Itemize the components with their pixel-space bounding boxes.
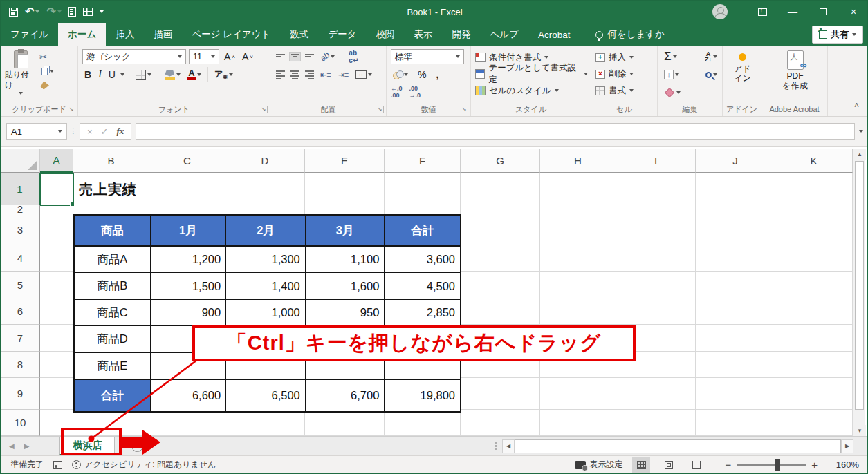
column-header-E[interactable]: E [305, 149, 385, 173]
column-header-A[interactable]: A [40, 149, 73, 173]
table-cell[interactable]: 4,500 [385, 273, 460, 300]
table-cell[interactable]: 1,500 [151, 273, 227, 300]
normal-view-button[interactable] [632, 457, 650, 473]
grid-cell[interactable] [149, 410, 225, 436]
fill-color-button[interactable] [163, 67, 183, 82]
dialog-launcher-icon[interactable]: ↘ [461, 106, 468, 113]
middle-align-button[interactable] [289, 52, 301, 62]
dialog-launcher-icon[interactable]: ↘ [68, 106, 75, 113]
grid-cell[interactable] [696, 325, 775, 352]
grid-cell[interactable] [775, 272, 853, 298]
row-header-3[interactable]: 3 [1, 214, 40, 245]
column-header-K[interactable]: K [775, 149, 853, 173]
table-cell[interactable]: 商品A [75, 247, 151, 273]
menu-tab-8[interactable]: 表示 [405, 23, 443, 46]
column-header-F[interactable]: F [385, 149, 461, 173]
grid-cell[interactable] [540, 205, 616, 214]
increase-indent-button[interactable]: ⇥≡ [336, 67, 351, 82]
grid-cell[interactable] [696, 378, 775, 410]
table-cell[interactable]: 1,000 [226, 300, 306, 326]
grid-cell[interactable] [616, 245, 696, 272]
grid-cell[interactable] [40, 214, 73, 245]
grid-cell[interactable] [775, 325, 853, 352]
active-cell-a1[interactable] [40, 173, 74, 206]
minimize-button[interactable]: — [777, 1, 808, 23]
grid-cell[interactable] [540, 214, 616, 245]
grid-cell[interactable] [40, 205, 73, 214]
cells-item-1[interactable]: 削除 [595, 66, 654, 82]
grid-cell[interactable] [461, 410, 540, 436]
merge-center-button[interactable] [353, 67, 374, 82]
account-avatar[interactable] [712, 4, 728, 19]
table-cell[interactable]: 900 [151, 300, 227, 326]
cells-item-2[interactable]: 書式 [595, 82, 654, 99]
font-size-select[interactable]: 11 [189, 49, 219, 64]
display-settings-button[interactable]: 表示設定 [575, 459, 622, 471]
menu-tab-11[interactable]: Acrobat [528, 23, 580, 46]
bold-button[interactable]: B [82, 67, 93, 82]
italic-button[interactable]: I [96, 67, 104, 82]
table-cell[interactable]: 商品D [75, 326, 151, 353]
grow-font-button[interactable]: A˄ [222, 49, 237, 64]
create-pdf-button[interactable]: PDFを作成 [761, 46, 827, 102]
select-all-corner[interactable] [1, 149, 40, 173]
row-header-10[interactable]: 10 [1, 410, 40, 436]
table-header-cell[interactable]: 商品 [75, 216, 151, 247]
grid-cell[interactable] [775, 205, 853, 214]
scroll-down-icon[interactable]: ▼ [853, 425, 866, 436]
zoom-out-button[interactable]: − [719, 459, 737, 471]
find-select-button[interactable] [703, 67, 719, 82]
menu-tab-3[interactable]: 描画 [144, 23, 182, 46]
grid-cell[interactable] [696, 410, 775, 436]
align-left-button[interactable] [275, 69, 286, 80]
table-header-cell[interactable]: 1月 [151, 216, 227, 247]
menu-tab-4[interactable]: ページ レイアウト [182, 23, 280, 46]
table-cell[interactable]: 6,600 [151, 379, 227, 411]
grid-cell[interactable] [73, 410, 149, 436]
table-cell[interactable]: 商品C [75, 300, 151, 326]
menu-tab-2[interactable]: 挿入 [106, 23, 144, 46]
underline-button[interactable]: U [107, 67, 118, 82]
menu-tab-5[interactable]: 数式 [280, 23, 318, 46]
bottom-align-button[interactable] [304, 53, 315, 61]
grid-cell[interactable] [775, 245, 853, 272]
grid-cell[interactable] [461, 272, 540, 298]
table-header-cell[interactable]: 2月 [226, 216, 306, 247]
zoom-slider-thumb[interactable] [775, 459, 780, 471]
table-cell[interactable]: 6,700 [306, 379, 385, 411]
ribbon-display-options-button[interactable] [747, 1, 777, 23]
align-right-button[interactable] [304, 69, 315, 80]
column-header-G[interactable]: G [461, 149, 540, 173]
grid-cell[interactable] [696, 298, 775, 325]
grid-cell[interactable] [696, 245, 775, 272]
sheet-nav-left-icon[interactable]: ◀ [9, 442, 15, 450]
accessibility-status[interactable]: アクセシビリティ: 問題ありません [72, 459, 216, 471]
grid-cell[interactable] [696, 173, 775, 205]
table-cell[interactable]: 商品B [75, 273, 151, 300]
styles-item-1[interactable]: テーブルとして書式設定 [475, 66, 588, 82]
cells-item-0[interactable]: 挿入 [595, 49, 654, 66]
decrease-decimal-button[interactable]: .00→.0 [409, 85, 421, 99]
percent-style-button[interactable]: % [416, 67, 428, 82]
grid-cell[interactable] [149, 205, 225, 214]
menu-tab-1[interactable]: ホーム [58, 23, 106, 46]
cancel-entry-button[interactable]: × [87, 126, 93, 137]
cut-button[interactable]: ✂ [39, 51, 75, 62]
phonetic-button[interactable]: ア亜 [212, 67, 235, 82]
name-box[interactable]: A1 [6, 123, 67, 140]
table-cell[interactable]: 1,300 [226, 247, 306, 273]
grid-cell[interactable] [385, 173, 461, 205]
autosum-button[interactable]: Σ [662, 49, 679, 64]
row-header-5[interactable]: 5 [1, 272, 40, 298]
clear-button[interactable] [662, 85, 683, 100]
grid-cell[interactable] [540, 173, 616, 205]
table-cell[interactable]: 1,600 [306, 273, 385, 300]
insert-function-button[interactable]: fx [117, 126, 124, 137]
grid-cell[interactable] [305, 173, 385, 205]
grid-cell[interactable] [696, 205, 775, 214]
table-cell[interactable]: 1,200 [151, 247, 227, 273]
table-header-cell[interactable]: 合計 [385, 216, 460, 247]
row-header-1[interactable]: 1 [1, 173, 40, 205]
grid-cell[interactable] [40, 245, 73, 272]
sheet-tab-yokohama[interactable]: 横浜店 [59, 437, 115, 455]
